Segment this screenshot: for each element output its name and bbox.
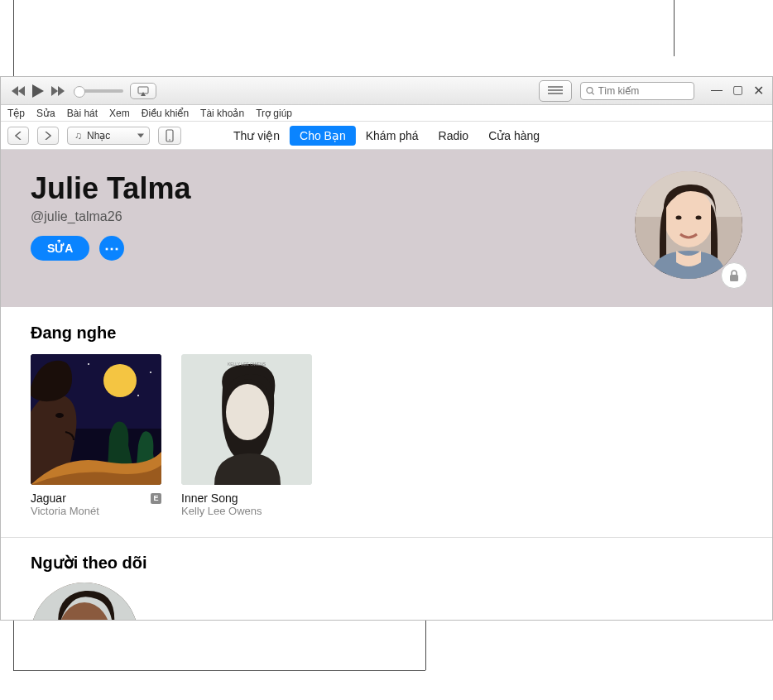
svg-point-18 [88, 363, 89, 365]
maximize-button[interactable]: ▢ [732, 83, 743, 98]
svg-point-20 [150, 372, 151, 373]
chevron-right-icon [45, 132, 51, 140]
next-button[interactable] [49, 82, 67, 100]
album-item[interactable]: Jaguar E Victoria Monét [31, 354, 161, 517]
search-box[interactable] [580, 82, 694, 100]
lock-icon [728, 269, 740, 282]
phone-icon [166, 129, 174, 142]
tab-library[interactable]: Thư viện [223, 126, 290, 146]
album-art [31, 354, 161, 485]
menubar: Tệp Sửa Bài hát Xem Điều khiển Tài khoản… [1, 105, 772, 122]
navbar: ♫ Nhạc Thư viện Cho Bạn Khám phá Radio C… [1, 122, 772, 150]
search-icon [586, 86, 595, 96]
album-artist: Victoria Monét [31, 505, 161, 517]
queue-button[interactable] [539, 80, 572, 102]
volume-slider[interactable] [74, 89, 123, 93]
privacy-lock-badge [721, 262, 747, 289]
menu-file[interactable]: Tệp [7, 108, 25, 119]
svg-text:KELLY LEE OWENS: KELLY LEE OWENS [228, 362, 266, 367]
svg-line-5 [592, 92, 594, 94]
album-row: Jaguar E Victoria Monét KELLY LEE O [31, 354, 742, 517]
svg-point-12 [696, 216, 702, 220]
album-art: KELLY LEE OWENS [181, 354, 312, 485]
menu-song[interactable]: Bài hát [67, 108, 98, 119]
dropdown-label: Nhạc [87, 130, 110, 141]
search-input[interactable] [598, 85, 689, 97]
tab-for-you[interactable]: Cho Bạn [290, 126, 356, 146]
menu-edit[interactable]: Sửa [36, 108, 55, 119]
album-title: Inner Song [181, 491, 238, 505]
play-button[interactable] [29, 82, 47, 100]
profile-avatar[interactable] [635, 171, 742, 279]
svg-point-4 [587, 87, 593, 93]
edit-profile-button[interactable]: SỬA [31, 236, 89, 261]
svg-point-19 [137, 395, 139, 396]
window-controls: — ▢ ✕ [711, 83, 764, 98]
explicit-badge: E [151, 493, 161, 504]
media-type-dropdown[interactable]: ♫ Nhạc [67, 127, 150, 145]
profile-name: Julie Talma [31, 171, 742, 206]
follower-avatar[interactable] [31, 583, 138, 620]
callout-line [13, 670, 425, 671]
minimize-button[interactable]: — [711, 83, 723, 98]
svg-point-11 [676, 216, 682, 220]
svg-point-16 [103, 364, 137, 397]
menu-controls[interactable]: Điều khiển [142, 108, 189, 119]
airplay-button[interactable] [130, 83, 156, 99]
svg-rect-13 [730, 275, 738, 281]
album-title-row: Inner Song [181, 491, 312, 505]
menu-view[interactable]: Xem [109, 108, 130, 119]
tab-store[interactable]: Cửa hàng [478, 126, 550, 146]
playback-controls [9, 82, 67, 100]
listening-title: Đang nghe [31, 324, 742, 343]
app-window: — ▢ ✕ Tệp Sửa Bài hát Xem Điều khiển Tài… [0, 76, 773, 621]
nav-forward-button[interactable] [37, 127, 59, 145]
previous-button[interactable] [9, 82, 27, 100]
album-item[interactable]: KELLY LEE OWENS Inner Song Kelly Lee Owe… [181, 354, 312, 517]
more-button[interactable]: ⋯ [99, 236, 124, 261]
menu-account[interactable]: Tài khoản [200, 108, 244, 119]
tab-radio[interactable]: Radio [429, 126, 479, 146]
tab-browse[interactable]: Khám phá [356, 126, 429, 146]
menu-help[interactable]: Trợ giúp [256, 108, 292, 119]
profile-actions: SỬA ⋯ [31, 236, 742, 261]
album-title: Jaguar [31, 491, 66, 505]
svg-point-21 [55, 413, 64, 418]
close-button[interactable]: ✕ [753, 83, 764, 98]
chevron-left-icon [15, 132, 22, 140]
titlebar: — ▢ ✕ [1, 77, 772, 105]
followers-title: Người theo dõi [31, 553, 742, 573]
album-title-row: Jaguar E [31, 491, 161, 505]
callout-line [674, 0, 675, 56]
album-artist: Kelly Lee Owens [181, 505, 312, 517]
nav-back-button[interactable] [7, 127, 29, 145]
followers-section: Người theo dõi [1, 538, 772, 620]
profile-header: Julie Talma @julie_talma26 SỬA ⋯ [1, 150, 772, 307]
svg-point-7 [169, 139, 170, 141]
music-note-icon: ♫ [74, 130, 82, 141]
listening-section: Đang nghe [1, 307, 772, 538]
device-button[interactable] [158, 127, 181, 145]
ellipsis-icon: ⋯ [104, 239, 119, 257]
nav-tabs: Thư viện Cho Bạn Khám phá Radio Cửa hàng [223, 126, 550, 146]
svg-point-23 [226, 384, 269, 440]
content-scroll[interactable]: Julie Talma @julie_talma26 SỬA ⋯ [1, 150, 772, 620]
